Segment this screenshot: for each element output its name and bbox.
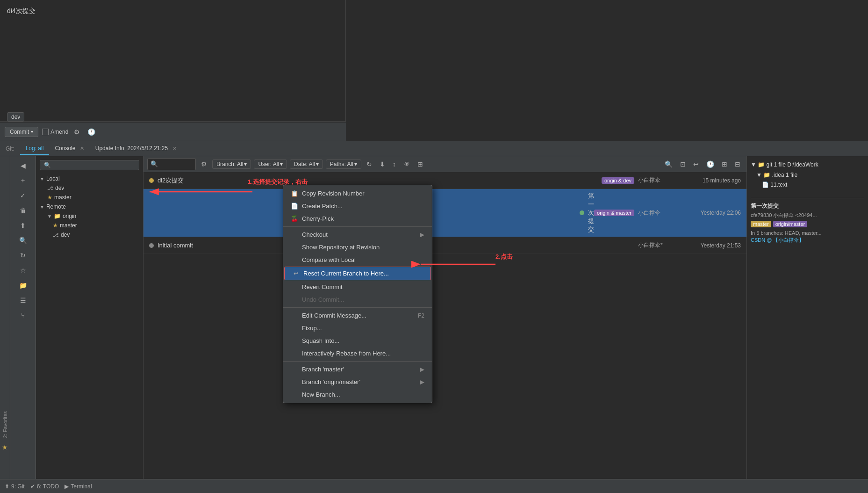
ctx-new-branch[interactable]: New Branch... <box>283 388 432 401</box>
commit-message-text: di4次提交 <box>7 7 338 15</box>
tree-search-input[interactable] <box>40 160 139 170</box>
date-filter-label: Date: All <box>294 161 315 167</box>
delete-icon[interactable]: 🗑 <box>14 204 31 217</box>
branch-label: dev <box>7 112 24 122</box>
ctx-show-repo[interactable]: Show Repository at Revision <box>283 241 432 254</box>
origin-master-tag-right: origin/master <box>773 221 808 227</box>
check-icon[interactable]: ✓ <box>14 189 31 202</box>
ctx-reset-branch[interactable]: ↩ Reset Current Branch to Here... <box>284 267 431 280</box>
paths-filter[interactable]: Paths: All ▾ <box>326 160 361 169</box>
ctx-copy-revision[interactable]: 📋 Copy Revision Number <box>283 187 432 200</box>
remote-expand-arrow: ▼ <box>40 204 44 210</box>
branch-filter[interactable]: Branch: All ▾ <box>212 160 251 169</box>
status-todo[interactable]: ✔ 6: TODO <box>30 483 59 490</box>
commit-button[interactable]: Commit ▾ <box>5 127 38 137</box>
tree-remote-group[interactable]: ▼ Remote <box>36 202 143 211</box>
settings-icon[interactable]: ⚙ <box>72 127 82 137</box>
folder-sidebar-icon[interactable]: 📁 <box>14 279 31 292</box>
dev-branch-label: dev <box>55 185 64 191</box>
list-icon[interactable]: ☰ <box>14 294 31 307</box>
ctx-revert-commit[interactable]: Revert Commit <box>283 281 432 293</box>
ctx-cherry-pick[interactable]: 🍒 Cherry-Pick <box>283 212 432 225</box>
amend-label: Amend <box>42 129 68 135</box>
settings-tool-icon[interactable]: ⚙ <box>199 160 209 169</box>
ctx-squash[interactable]: Squash Into... <box>283 334 432 347</box>
grid-icon[interactable]: ⊞ <box>719 160 730 169</box>
ctx-branch-origin-master[interactable]: Branch 'origin/master' ▶ <box>283 376 432 388</box>
paths-filter-arrow: ▾ <box>354 161 357 167</box>
copy-revision-icon: 📋 <box>291 190 298 197</box>
search-sidebar-icon[interactable]: 🔍 <box>14 234 31 247</box>
log-row-3[interactable]: Initial commit 小白撑伞* Yesterday 21:53 <box>143 237 746 254</box>
expand-icon[interactable]: ⊡ <box>678 160 688 169</box>
ctx-fixup[interactable]: Fixup... <box>283 322 432 334</box>
master-tag-right: master <box>751 221 771 227</box>
tree-branch-dev[interactable]: ⎇ dev <box>36 183 143 193</box>
ctx-checkout[interactable]: Checkout ▶ <box>283 228 432 241</box>
right-tree-file: 📄 11.text <box>762 180 864 190</box>
tab-console[interactable]: Console ✕ <box>49 142 89 155</box>
presentation-icon[interactable]: ⊞ <box>415 160 425 169</box>
fetch-icon[interactable]: ⬇ <box>377 160 387 169</box>
star-sidebar-icon[interactable]: ☆ <box>14 264 31 277</box>
time-icon[interactable]: 🕐 <box>704 160 717 169</box>
tab-update-close[interactable]: ✕ <box>172 145 177 151</box>
status-git[interactable]: ⬆ 9: Git <box>5 483 25 490</box>
eye-icon[interactable]: 👁 <box>401 160 412 169</box>
tab-console-close[interactable]: ✕ <box>80 145 84 151</box>
branch-master-label: Branch 'master' <box>302 366 344 373</box>
status-bar: ⬆ 9: Git ✔ 6: TODO ▶ Terminal <box>0 479 868 493</box>
tree-origin-folder[interactable]: ▼ 📁 origin <box>36 211 143 221</box>
cherry-pick-label: Cherry-Pick <box>302 215 334 222</box>
log-row-1[interactable]: di2次提交 origin & dev 小白撑伞 15 minutes ago <box>143 172 746 189</box>
origin-label: origin <box>63 213 76 219</box>
layout-icon[interactable]: ⊟ <box>732 160 743 169</box>
log-search-input[interactable] <box>160 160 193 169</box>
tree-branch-master[interactable]: ★ master <box>36 193 143 202</box>
commit-button-label: Commit <box>10 129 29 135</box>
terminal-status-icon: ▶ <box>65 483 69 490</box>
interactive-rebase-label: Interactively Rebase from Here... <box>302 350 391 357</box>
ctx-sep-2 <box>283 307 432 308</box>
refresh-icon[interactable]: ↻ <box>14 249 31 262</box>
dot-1 <box>149 178 154 183</box>
commit-dropdown-arrow[interactable]: ▾ <box>31 129 33 134</box>
tree-local-group[interactable]: ▼ Local <box>36 174 143 183</box>
search-log-icon[interactable]: 🔍 <box>662 160 675 169</box>
origin-master-star-icon: ★ <box>53 222 58 229</box>
log-row-2[interactable]: 第一次提交 origin & master 小白撑伞 Yesterday 22:… <box>143 189 746 237</box>
undo-log-icon[interactable]: ↩ <box>691 160 701 169</box>
ctx-create-patch[interactable]: 📄 Create Patch... <box>283 200 432 212</box>
remote-label: Remote <box>46 203 66 210</box>
status-terminal[interactable]: ▶ Terminal <box>65 483 92 490</box>
ctx-edit-message[interactable]: Edit Commit Message... F2 <box>283 309 432 322</box>
refresh-log-icon[interactable]: ↻ <box>364 160 374 169</box>
origin-expand-arrow: ▼ <box>47 214 52 219</box>
origin-master-label: master <box>60 222 77 229</box>
ctx-compare-local[interactable]: Compare with Local <box>283 254 432 266</box>
push-icon[interactable]: ⬆ <box>14 219 31 232</box>
date-filter[interactable]: Date: All ▾ <box>290 160 323 169</box>
collapse-icon[interactable]: ◀ <box>14 159 31 172</box>
user-filter[interactable]: User: All ▾ <box>254 160 287 169</box>
amend-checkbox[interactable] <box>42 129 49 135</box>
right-panel-tree: ▼ 📁 git 1 file D:\IdeaWork ▼ 📁 .idea 1 f… <box>751 160 864 190</box>
add-icon[interactable]: ＋ <box>14 174 31 187</box>
branches-icon[interactable]: ⑂ <box>14 309 31 322</box>
ctx-branch-master[interactable]: Branch 'master' ▶ <box>283 363 432 376</box>
tree-origin-dev[interactable]: ⎇ dev <box>36 230 143 239</box>
date-filter-arrow: ▾ <box>316 161 319 167</box>
tab-update[interactable]: Update Info: 2024/5/12 21:25 ✕ <box>90 142 182 155</box>
tab-update-label: Update Info: 2024/5/12 21:25 <box>95 145 168 152</box>
log-search-icon: 🔍 <box>151 160 158 167</box>
branch-filter-label: Branch: All <box>216 161 243 167</box>
create-patch-label: Create Patch... <box>302 203 343 210</box>
tree-origin-master[interactable]: ★ master <box>36 221 143 230</box>
log-date-3: Yesterday 21:53 <box>675 242 741 249</box>
ctx-interactive-rebase[interactable]: Interactively Rebase from Here... <box>283 347 432 360</box>
tab-log-all[interactable]: Log: all <box>20 142 50 155</box>
clock-icon[interactable]: 🕐 <box>86 127 97 137</box>
reset-branch-label: Reset Current Branch to Here... <box>303 270 389 277</box>
sort-icon[interactable]: ↕ <box>390 160 398 169</box>
right-tree-git: ▼ 📁 git 1 file D:\IdeaWork <box>751 160 864 170</box>
